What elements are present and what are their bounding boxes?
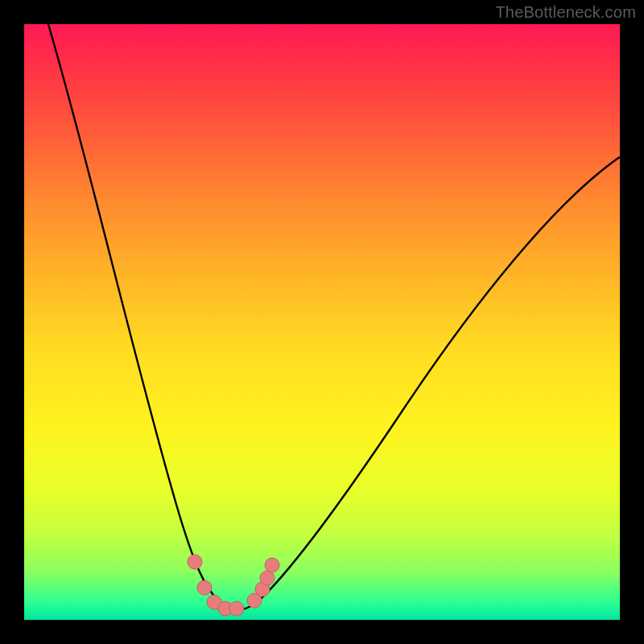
curve-point bbox=[229, 601, 244, 616]
curve-point bbox=[197, 580, 212, 595]
bottleneck-curve-path bbox=[48, 24, 620, 610]
curve-point bbox=[260, 571, 275, 585]
curve-point bbox=[188, 555, 202, 569]
watermark-text: TheBottleneck.com bbox=[495, 3, 636, 22]
curve-point bbox=[265, 558, 279, 572]
bottleneck-curve-svg bbox=[24, 24, 620, 620]
chart-frame: TheBottleneck.com bbox=[0, 0, 644, 644]
